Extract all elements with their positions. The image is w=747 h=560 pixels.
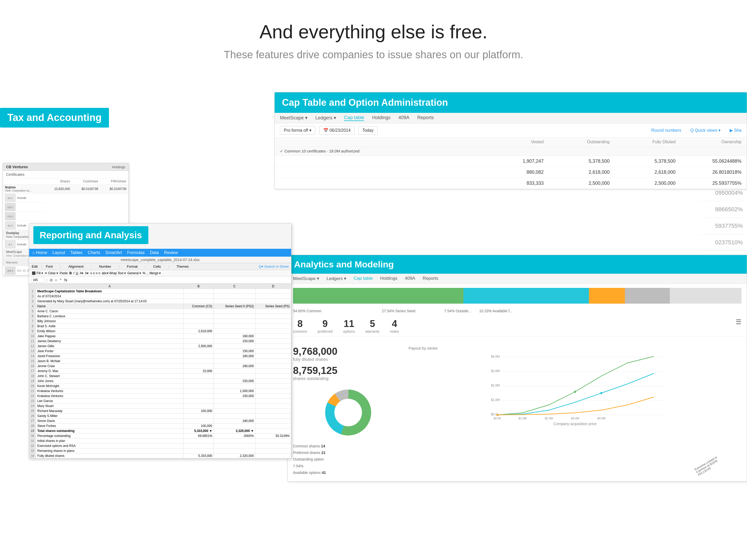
cell-name: Initial shares in plan [36, 438, 183, 444]
cell-ps2 [214, 359, 255, 364]
cell-d [255, 299, 291, 304]
cell-common [183, 364, 214, 369]
comma-btn[interactable]: , [147, 271, 148, 275]
share-link[interactable]: ▶ Sha [730, 128, 742, 133]
excel-data[interactable]: Data [150, 250, 159, 255]
search-label[interactable]: Q▾ Search in Sheet [259, 265, 288, 268]
donut-chart [322, 386, 375, 439]
align-btns[interactable]: ≡ ≡ ≡ ≡ [90, 271, 100, 275]
view-link[interactable]: View: Corporation su... [5, 189, 43, 192]
row-num: 16 [29, 364, 36, 369]
excel-layout[interactable]: Layout [53, 250, 65, 255]
nav-ledgers[interactable]: Ledgers ▾ [315, 115, 336, 121]
percent-btn[interactable]: % [143, 271, 146, 275]
cell-ps2: 1,000,000 [214, 389, 255, 394]
formula-input[interactable] [69, 278, 289, 282]
excel-review[interactable]: Review [164, 250, 178, 255]
anav-409a[interactable]: 409A [405, 276, 415, 281]
col-header-fmv: FMV/share [100, 179, 128, 185]
cell-ref[interactable]: I45 [31, 277, 44, 283]
font-color-btn[interactable]: A▾ [80, 271, 83, 275]
cell-name: John Jones [36, 379, 183, 384]
nav-captable[interactable]: Cap table [344, 115, 364, 121]
table-row: 22 Krakatoa Ventures 150,000 [29, 394, 291, 399]
anav-ledgers[interactable]: Ledgers ▾ [327, 276, 346, 281]
colon-sep: : [47, 278, 48, 282]
excel-charts[interactable]: Charts [88, 250, 100, 255]
today-btn[interactable]: Today [358, 126, 378, 135]
legend-common-shares: Common shares 14 [293, 443, 403, 450]
format-dropdown[interactable]: General ▾ [127, 271, 141, 275]
cell-name: Sandy S.Miller [36, 414, 183, 419]
edit-label: Edit [32, 265, 37, 268]
divider6: | [168, 265, 169, 268]
wrap-text-btn[interactable]: abc▾ Wrap Text ▾ [102, 271, 126, 275]
cell-common: 2,500,000 [183, 344, 214, 349]
row-num: 28 [29, 424, 36, 429]
cert-thumb-sw5: SW-5 [5, 267, 16, 274]
cell-ps2 [214, 399, 255, 404]
table-row: 2 As of 07/24/2014 [29, 294, 291, 299]
bar-available [625, 288, 670, 303]
row-num: 24 [29, 404, 36, 408]
row-num: 6 [29, 314, 36, 319]
row-num: 3 [29, 299, 36, 304]
row-label [280, 181, 478, 186]
sum-icon[interactable]: ⊙ [50, 278, 53, 282]
nav-409a[interactable]: 409A [398, 115, 409, 121]
row-ownership: 55.0624488% [676, 159, 742, 164]
cell-d [255, 294, 291, 299]
bold-btn[interactable]: B [69, 271, 72, 275]
italic-btn[interactable]: I [73, 271, 74, 275]
excel-tables[interactable]: Tables [70, 250, 82, 255]
cell-ps2: .0000% [214, 433, 255, 438]
svg-text:$3.0M: $3.0M [491, 369, 500, 373]
nav-reports[interactable]: Reports [417, 115, 434, 121]
table-row: 4 Name Common (CS) Series Seed II (PS2) … [29, 304, 291, 309]
row-fully-diluted: 5,378,500 [610, 159, 676, 164]
underline-btn[interactable]: U [76, 271, 78, 275]
cell-name: John C. Stewart [36, 374, 183, 379]
excel-home[interactable]: ⌂ Home [32, 250, 47, 255]
cell-ps [255, 339, 291, 344]
col-header-cost: Cost/share [72, 179, 100, 185]
anav-captable[interactable]: Cap table [354, 276, 373, 281]
nav-holdings[interactable]: Holdings [372, 115, 390, 121]
table-row: 20 Kevin McKnight [29, 384, 291, 389]
cell-ps2 [214, 444, 255, 449]
quick-views-link[interactable]: Q Quick views ▾ [690, 128, 720, 133]
chevron-icon[interactable]: ⌃ [59, 278, 62, 282]
table-row: 17 Jeremy D. Mac 15,000 [29, 369, 291, 374]
divider2: | [60, 265, 61, 268]
clear-btn[interactable]: ✕ Clear ▾ [45, 271, 58, 275]
fill-icon[interactable]: ⬛ Fill ▾ [32, 271, 43, 275]
cell-ps [255, 453, 291, 458]
merge-btn[interactable]: Merge ▾ [149, 271, 161, 275]
excel-smartart[interactable]: SmartArt [105, 250, 122, 255]
proforma-btn[interactable]: Pro forma off ▾ [280, 126, 315, 135]
cell-ps [255, 384, 291, 389]
fx-icon[interactable]: ○ [55, 278, 57, 282]
cell-common [183, 359, 214, 364]
cell-name: Brad S. Astle [36, 324, 183, 329]
stat-num-common: 8 [293, 318, 307, 329]
anav-holdings[interactable]: Holdings [380, 276, 397, 281]
captable-row-3: 833,333 2,500,000 2,500,000 25.5937755% [275, 178, 747, 189]
highlight-btn[interactable]: A▾ [85, 271, 88, 275]
cell-common [183, 339, 214, 344]
nav-meetscape[interactable]: MeetScape ▾ [280, 115, 307, 121]
cell-common [183, 324, 214, 329]
round-numbers-link[interactable]: Round numbers [651, 128, 681, 133]
payout-chart: $4.0M $3.0M $2.0M $1.0M $0.0 [409, 352, 742, 421]
date-btn[interactable]: 📅 06/23/2014 [319, 126, 355, 135]
cell-ps2 [214, 309, 255, 314]
svg-text:$0.00: $0.00 [494, 417, 501, 420]
hamburger-menu[interactable]: ☰ [736, 318, 742, 334]
screenshots-container: Tax and Accounting CB Ventures Holdings … [0, 76, 747, 483]
anav-reports[interactable]: Reports [423, 276, 438, 281]
excel-formulas[interactable]: Formulas [127, 250, 145, 255]
anav-meetscape[interactable]: MeetScape ▾ [293, 276, 319, 281]
cell-name: Jake Pappas [36, 334, 183, 339]
paste-btn[interactable]: Paste [59, 271, 68, 275]
row-num: 11 [29, 339, 36, 344]
